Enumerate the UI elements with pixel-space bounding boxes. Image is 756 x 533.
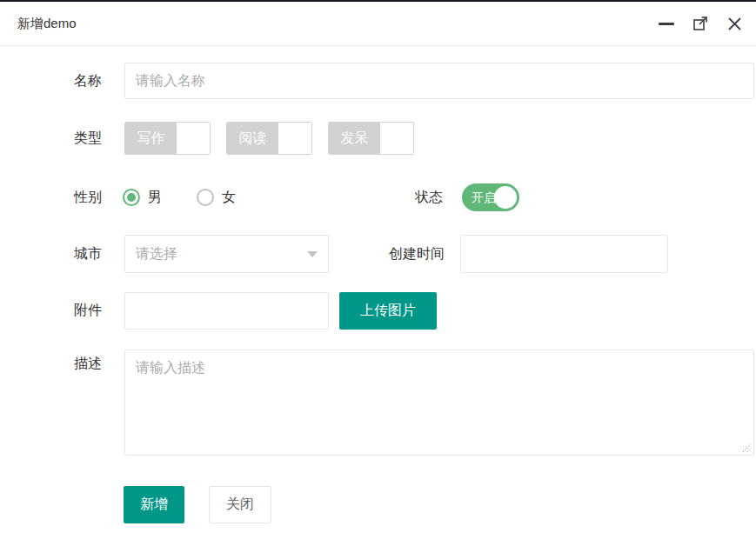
city-label: 城市 [74,235,102,273]
minimize-dash [659,23,674,25]
close-icon[interactable] [725,14,744,33]
switch-on-label: 开启 [472,183,496,211]
restore-glyph [692,16,708,31]
radio-label: 男 [148,189,162,207]
type-option-writing[interactable]: 写作 [124,122,211,155]
chevron-down-icon [307,251,318,257]
gender-radio-female[interactable]: 女 [197,189,236,207]
checkbox-check-area [380,123,413,154]
checkbox-title: 写作 [125,123,177,154]
description-field [124,350,754,456]
dialog-title: 新增demo [17,16,77,32]
name-input[interactable] [124,63,754,99]
window-controls [657,14,744,33]
description-label: 描述 [74,351,102,376]
type-label: 类型 [74,122,102,155]
restore-icon[interactable] [691,14,710,33]
minimize-icon[interactable] [657,14,676,33]
add-demo-dialog: 新增demo 名称 类型 写作 阅读 [0,0,756,533]
gender-radio-group: 男 女 [123,180,271,215]
checkbox-title: 阅读 [227,123,278,154]
close-dialog-button[interactable]: 关闭 [209,486,271,523]
upload-image-button[interactable]: 上传图片 [339,292,437,330]
switch-knob [494,186,517,209]
create-time-label: 创建时间 [389,235,445,273]
radio-circle-icon [197,189,214,206]
create-time-input[interactable] [460,235,668,273]
attachment-label: 附件 [74,292,102,330]
resize-handle-icon[interactable] [742,443,752,453]
name-label: 名称 [74,63,102,99]
title-bar: 新增demo [0,2,756,46]
attachment-input[interactable] [124,292,329,330]
select-placeholder: 请选择 [136,245,177,263]
status-label: 状态 [415,180,443,215]
type-option-daydream[interactable]: 发呆 [328,122,414,155]
radio-circle-icon [123,189,140,206]
city-select[interactable]: 请选择 [124,235,329,273]
close-glyph [727,17,742,31]
submit-add-button[interactable]: 新增 [124,486,184,523]
radio-label: 女 [222,189,236,207]
gender-radio-male[interactable]: 男 [123,189,162,207]
checkbox-check-area [278,123,311,154]
type-option-reading[interactable]: 阅读 [226,122,312,155]
checkbox-check-area [177,123,210,154]
status-switch[interactable]: 开启 [462,183,519,211]
checkbox-title: 发呆 [329,123,380,154]
gender-label: 性别 [74,180,102,215]
description-textarea[interactable] [124,350,754,456]
